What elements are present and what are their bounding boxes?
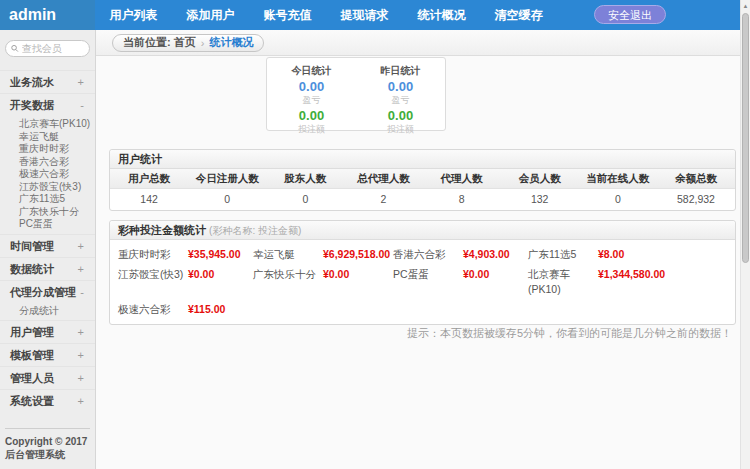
- sidebar-item-jssb[interactable]: 江苏骰宝(快3): [0, 181, 95, 194]
- collapse-icon: -: [80, 94, 84, 116]
- col-header: 会员人数: [501, 169, 579, 188]
- expand-icon: +: [78, 71, 84, 93]
- user-stats-header-row: 用户总数 今日注册人数 股东人数 总代理人数 代理人数 会员人数 当前在线人数 …: [110, 169, 735, 189]
- lottery-item: 广东快乐十分 ¥0.00: [253, 267, 393, 297]
- user-stats-title: 用户统计: [110, 150, 735, 169]
- breadcrumb-bar: 当前位置: 首页 › 统计概况: [96, 30, 740, 56]
- lottery-stats-subtitle: (彩种名称: 投注金额): [209, 225, 301, 236]
- collapse-icon: -: [80, 281, 84, 303]
- lottery-item: 广东11选5 ¥8.00: [528, 247, 735, 262]
- lottery-name: 广东快乐十分: [253, 267, 323, 297]
- sidebar-section-time-mgmt[interactable]: 时间管理 +: [0, 234, 95, 257]
- col-header: 余额总数: [657, 169, 735, 188]
- vertical-scrollbar[interactable]: ▲: [740, 0, 750, 469]
- nav-item-add-user[interactable]: 添加用户: [172, 0, 249, 30]
- sidebar-item-xyft[interactable]: 幸运飞艇: [0, 131, 95, 144]
- sidebar-section-lottery-data[interactable]: 开奖数据 -: [0, 93, 95, 116]
- sidebar-item-cqssc[interactable]: 重庆时时彩: [0, 143, 95, 156]
- today-bet-value: 0.00: [267, 108, 356, 123]
- breadcrumb-current: 统计概况: [209, 35, 253, 50]
- breadcrumb-prefix[interactable]: 当前位置: 首页: [123, 35, 196, 50]
- chevron-right-icon: ›: [201, 37, 205, 49]
- lottery-name: 江苏骰宝(快3): [118, 267, 188, 297]
- lottery-item: 北京赛车(PK10) ¥1,344,580.00: [528, 267, 735, 297]
- cell-shareholders: 0: [266, 189, 344, 210]
- sidebar: 业务流水 + 开奖数据 - 北京赛车(PK10) 幸运飞艇 重庆时时彩 香港六合…: [0, 30, 96, 469]
- lottery-amount: ¥0.00: [188, 267, 214, 297]
- scrollbar-thumb[interactable]: [742, 13, 749, 263]
- lottery-item: 极速六合彩 ¥115.00: [118, 302, 253, 317]
- lottery-amount: ¥4,903.00: [463, 247, 510, 262]
- lottery-name: 广东11选5: [528, 247, 598, 262]
- sidebar-section-data-stats[interactable]: 数据统计 +: [0, 257, 95, 280]
- cell-members: 132: [501, 189, 579, 210]
- today-profit-value: 0.00: [267, 79, 356, 94]
- lottery-amount: ¥35,945.00: [188, 247, 241, 262]
- nav-item-clear-cache[interactable]: 清空缓存: [480, 0, 557, 30]
- yesterday-stats-card: 昨日统计 0.00 盈亏 0.00 投注额: [356, 58, 445, 130]
- lottery-amount: ¥0.00: [463, 267, 489, 297]
- lottery-item: 江苏骰宝(快3) ¥0.00: [118, 267, 253, 297]
- lottery-stats-title: 彩种投注金额统计: [118, 224, 206, 236]
- cell-today-registered: 0: [188, 189, 266, 210]
- today-bet-label: 投注额: [267, 123, 356, 136]
- lottery-name: 北京赛车(PK10): [528, 267, 598, 297]
- sidebar-item-gdklsf[interactable]: 广东快乐十分: [0, 206, 95, 219]
- scroll-up-arrow-icon[interactable]: ▲: [741, 0, 750, 12]
- cell-total-balance: 582,932: [657, 189, 735, 210]
- cell-online-users: 0: [579, 189, 657, 210]
- sidebar-item-share-stats[interactable]: 分成统计: [0, 305, 95, 318]
- cell-general-agents: 2: [344, 189, 422, 210]
- nav-item-withdrawal[interactable]: 提现请求: [326, 0, 403, 30]
- sidebar-section-template-mgmt[interactable]: 模板管理 +: [0, 343, 95, 366]
- lottery-name: 重庆时时彩: [118, 247, 188, 262]
- expand-icon: +: [78, 390, 84, 412]
- search-input[interactable]: [22, 43, 84, 54]
- sidebar-section-user-mgmt[interactable]: 用户管理 +: [0, 320, 95, 343]
- sidebar-item-jslhc[interactable]: 极速六合彩: [0, 168, 95, 181]
- lottery-item: 香港六合彩 ¥4,903.00: [393, 247, 528, 262]
- lottery-name: PC蛋蛋: [393, 267, 463, 297]
- expand-icon: +: [78, 321, 84, 343]
- sidebar-item-hklhc[interactable]: 香港六合彩: [0, 156, 95, 169]
- nav-item-recharge[interactable]: 账号充值: [249, 0, 326, 30]
- nav-item-stats-overview[interactable]: 统计概况: [403, 0, 480, 30]
- lottery-amount: ¥1,344,580.00: [598, 267, 665, 297]
- yesterday-profit-value: 0.00: [356, 79, 445, 94]
- col-header: 用户总数: [110, 169, 188, 188]
- nav-item-user-list[interactable]: 用户列表: [95, 0, 172, 30]
- today-stats-card: 今日统计 0.00 盈亏 0.00 投注额: [267, 58, 356, 130]
- today-profit-label: 盈亏: [267, 94, 356, 107]
- lottery-name: 香港六合彩: [393, 247, 463, 262]
- sidebar-section-agent-share[interactable]: 代理分成管理 -: [0, 280, 95, 303]
- app-logo: admin: [0, 0, 95, 30]
- yesterday-bet-label: 投注额: [356, 123, 445, 136]
- lottery-stats-panel: 彩种投注金额统计 (彩种名称: 投注金额) 重庆时时彩 ¥35,945.00 幸…: [109, 220, 736, 325]
- main-content: 当前位置: 首页 › 统计概况 今日统计 0.00 盈亏 0.00 投注额 昨日…: [96, 30, 740, 469]
- logout-button[interactable]: 安全退出: [594, 5, 666, 24]
- search-icon: [11, 44, 19, 53]
- expand-icon: +: [78, 367, 84, 389]
- sidebar-item-gd11x5[interactable]: 广东11选5: [0, 193, 95, 206]
- user-stats-value-row: 142 0 0 2 8 132 0 582,932: [110, 189, 735, 210]
- sidebar-item-pcdd[interactable]: PC蛋蛋: [0, 218, 95, 231]
- expand-icon: +: [78, 235, 84, 257]
- col-header: 股东人数: [266, 169, 344, 188]
- lottery-item: PC蛋蛋 ¥0.00: [393, 267, 528, 297]
- sidebar-section-admin-staff[interactable]: 管理人员 +: [0, 366, 95, 389]
- yesterday-bet-value: 0.00: [356, 108, 445, 123]
- copyright-text: Copyright © 2017后台管理系统: [5, 428, 90, 461]
- agent-share-submenu: 分成统计: [0, 303, 95, 321]
- lottery-amount: ¥6,929,518.00: [323, 247, 390, 262]
- sidebar-section-system-settings[interactable]: 系统设置 +: [0, 389, 95, 412]
- col-header: 当前在线人数: [579, 169, 657, 188]
- sidebar-item-bjpk10[interactable]: 北京赛车(PK10): [0, 118, 95, 131]
- lottery-amount: ¥0.00: [323, 267, 349, 297]
- col-header: 今日注册人数: [188, 169, 266, 188]
- lottery-data-submenu: 北京赛车(PK10) 幸运飞艇 重庆时时彩 香港六合彩 极速六合彩 江苏骰宝(快…: [0, 116, 95, 234]
- member-search-box[interactable]: [5, 40, 90, 57]
- breadcrumb: 当前位置: 首页 › 统计概况: [112, 34, 264, 52]
- lottery-amount: ¥115.00: [188, 302, 225, 317]
- yesterday-stats-title: 昨日统计: [356, 64, 445, 78]
- sidebar-section-business-flow[interactable]: 业务流水 +: [0, 70, 95, 93]
